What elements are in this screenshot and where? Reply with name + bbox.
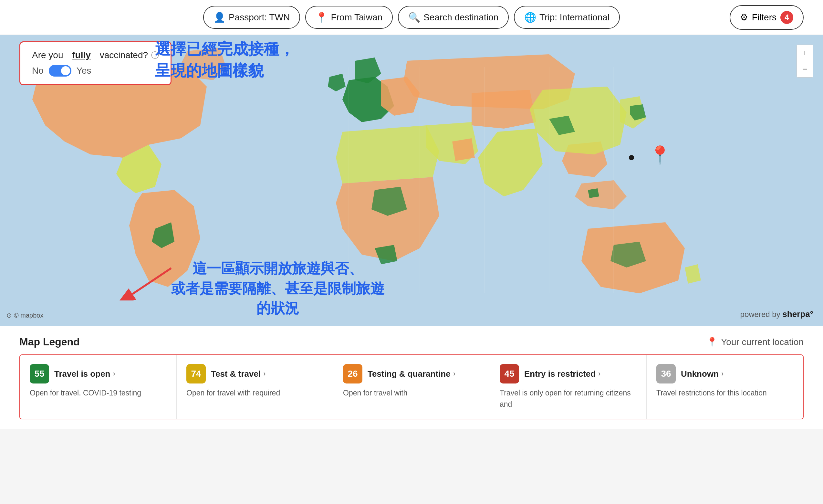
taiwan-map-pin: 📍 (649, 145, 671, 166)
vaccination-question-text: Are you (32, 50, 63, 60)
legend-title-open: Travel is open › (54, 369, 115, 379)
legend-desc-quarantine: Open for travel with (343, 387, 480, 399)
filters-badge: 4 (780, 11, 793, 24)
legend-card-unknown-header: 36 Unknown › (656, 364, 793, 383)
legend-card-test[interactable]: 74 Test & travel › Open for travel with … (177, 355, 333, 419)
legend-card-restricted[interactable]: 45 Entry is restricted › Travel is only … (490, 355, 647, 419)
bottom-annotation-line1: 這一區顯示開放旅遊與否、 (165, 259, 391, 279)
filter-icon: ⚙ (740, 12, 748, 23)
legend-title: Map Legend (19, 336, 80, 348)
legend-desc-restricted: Travel is only open for returning citize… (500, 387, 637, 410)
legend-desc-test: Open for travel with required (186, 387, 323, 399)
zoom-controls: + − (797, 44, 813, 77)
content-area: Are you fully vaccinated? ⓘ No Yes 選擇已經完… (0, 35, 823, 429)
vaccination-toggle-row: No Yes (32, 65, 159, 76)
legend-count-test: 74 (191, 369, 201, 379)
passport-button[interactable]: 👤 Passport: TWN (203, 6, 300, 29)
toggle-no-label: No (32, 65, 44, 76)
vaccination-question: Are you fully vaccinated? ⓘ (32, 50, 159, 60)
legend-card-test-header: 74 Test & travel › (186, 364, 323, 383)
globe-icon: 🌐 (524, 12, 536, 23)
legend-badge-quarantine: 26 (343, 364, 362, 383)
mapbox-watermark: ⊙ © mapbox (6, 311, 43, 319)
toggle-yes-label: Yes (76, 65, 92, 76)
chevron-icon-quarantine: › (453, 370, 456, 378)
legend-title-quarantine: Testing & quarantine › (367, 369, 456, 379)
search-destination-button[interactable]: 🔍 Search destination (398, 6, 509, 29)
passport-icon: 👤 (213, 12, 225, 23)
legend-card-quarantine[interactable]: 26 Testing & quarantine › Open for trave… (333, 355, 490, 419)
legend-card-unknown[interactable]: 36 Unknown › Travel restrictions for thi… (647, 355, 803, 419)
bottom-section: 這一區顯示開放旅遊與否、 或者是需要隔離、甚至是限制旅遊的狀況 Map Lege… (0, 326, 823, 429)
current-location-icon: 📍 (706, 337, 718, 347)
chevron-icon-open: › (113, 370, 115, 378)
legend-title-row: Map Legend 📍 Your current location (19, 336, 804, 348)
svg-point-1 (629, 155, 634, 160)
legend-title-restricted: Entry is restricted › (524, 369, 601, 379)
bottom-chinese-annotation: 這一區顯示開放旅遊與否、 或者是需要隔離、甚至是限制旅遊的狀況 (165, 259, 391, 318)
sherpa-brand: sherpa° (782, 309, 813, 319)
legend-badge-unknown: 36 (656, 364, 676, 383)
passport-label: Passport: TWN (229, 12, 290, 23)
filters-button[interactable]: ⚙ Filters 4 (730, 5, 804, 30)
current-location-label: Your current location (721, 337, 804, 347)
legend-card-open[interactable]: 55 Travel is open › Open for travel. COV… (20, 355, 177, 419)
trip-label: Trip: International (539, 12, 610, 23)
filters-label: Filters (752, 12, 777, 23)
vaccination-toggle[interactable] (49, 65, 71, 76)
vaccination-question-end: vaccinated? (100, 50, 148, 60)
legend-desc-unknown: Travel restrictions for this location (656, 387, 793, 399)
mapbox-text: © mapbox (14, 312, 43, 319)
legend-count-quarantine: 26 (348, 369, 358, 379)
location-pin-icon: 📍 (316, 12, 328, 23)
sherpa-watermark: powered by sherpa° (740, 309, 813, 319)
top-navigation: 👤 Passport: TWN 📍 From Taiwan 🔍 Search d… (0, 0, 823, 35)
fully-text: fully (72, 50, 91, 60)
from-label: From Taiwan (331, 12, 382, 23)
legend-cards: 55 Travel is open › Open for travel. COV… (19, 354, 804, 419)
chevron-icon-unknown: › (721, 370, 723, 378)
vaccination-card: Are you fully vaccinated? ⓘ No Yes (19, 41, 171, 85)
legend-count-unknown: 36 (661, 369, 671, 379)
zoom-in-button[interactable]: + (797, 45, 813, 61)
legend-title-test: Test & travel › (211, 369, 266, 379)
annotation-line2: 呈現的地圖樣貌 (155, 60, 295, 81)
top-annotation-chinese: 選擇已經完成接種， 呈現的地圖樣貌 (155, 38, 295, 81)
legend-card-restricted-header: 45 Entry is restricted › (500, 364, 637, 383)
chevron-icon-test: › (263, 370, 266, 378)
legend-card-quarantine-header: 26 Testing & quarantine › (343, 364, 480, 383)
legend-badge-test: 74 (186, 364, 206, 383)
bottom-annotation-line2: 或者是需要隔離、甚至是限制旅遊的狀況 (165, 279, 391, 318)
search-icon: 🔍 (408, 12, 420, 23)
chevron-icon-restricted: › (598, 370, 601, 378)
mapbox-logo-icon: ⊙ (6, 311, 12, 319)
legend-badge-open: 55 (30, 364, 49, 383)
bottom-annotation: 這一區顯示開放旅遊與否、 或者是需要隔離、甚至是限制旅遊的狀況 (113, 262, 178, 302)
annotation-line1: 選擇已經完成接種， (155, 38, 295, 60)
legend-desc-open: Open for travel. COVID-19 testing (30, 387, 167, 399)
legend-card-open-header: 55 Travel is open › (30, 364, 167, 383)
toggle-knob (61, 66, 70, 75)
from-button[interactable]: 📍 From Taiwan (305, 6, 393, 29)
search-destination-label: Search destination (424, 12, 498, 23)
trip-button[interactable]: 🌐 Trip: International (514, 6, 620, 29)
current-location: 📍 Your current location (706, 337, 804, 347)
legend-title-unknown: Unknown › (681, 369, 723, 379)
legend-count-restricted: 45 (504, 369, 514, 379)
legend-badge-restricted: 45 (500, 364, 519, 383)
zoom-out-button[interactable]: − (797, 61, 813, 77)
legend-count-open: 55 (34, 369, 44, 379)
